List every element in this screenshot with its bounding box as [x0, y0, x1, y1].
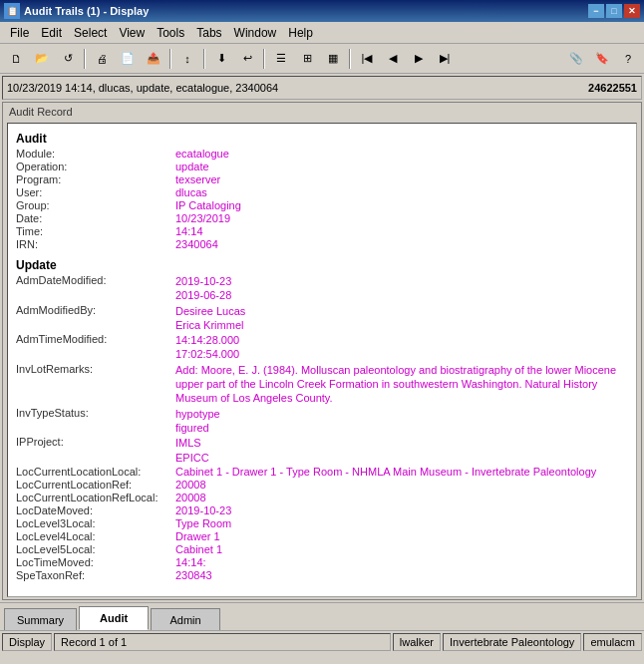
menu-file[interactable]: File [4, 24, 35, 42]
toolbar-import[interactable]: ⬇ [209, 47, 233, 71]
field-program: Program: texserver [16, 173, 628, 185]
maximize-button[interactable]: □ [606, 4, 622, 18]
update-section-title: Update [16, 258, 628, 272]
field-module: Module: ecatalogue [16, 148, 628, 160]
audit-record-label: Audit Record [3, 103, 641, 121]
field-adm-time-modified: AdmTimeModified: 14:14:28.00017:02:54.00… [16, 333, 628, 362]
field-loc-current-location-local: LocCurrentLocationLocal: Cabinet 1 - Dra… [16, 466, 628, 478]
tab-admin[interactable]: Admin [151, 608, 220, 630]
toolbar-export[interactable]: 📤 [142, 47, 165, 71]
toolbar-list[interactable]: ☰ [269, 47, 293, 71]
toolbar-separator-2 [169, 49, 171, 69]
status-display: Display [2, 633, 52, 651]
toolbar-print2[interactable]: 📄 [116, 47, 140, 71]
title-bar: 📋 Audit Trails (1) - Display − □ ✕ [0, 0, 644, 22]
field-loc-time-moved: LocTimeMoved: 14:14: [16, 556, 628, 568]
field-time: Time: 14:14 [16, 225, 628, 237]
menu-tools[interactable]: Tools [151, 24, 190, 42]
field-loc-level4-local: LocLevel4Local: Drawer 1 [16, 530, 628, 542]
toolbar-next[interactable]: ▶ [407, 47, 431, 71]
toolbar-undo[interactable]: ↩ [235, 47, 259, 71]
toolbar-sort[interactable]: ↕ [175, 47, 199, 71]
menu-select[interactable]: Select [68, 24, 113, 42]
field-date: Date: 10/23/2019 [16, 212, 628, 224]
toolbar-new[interactable]: 🗋 [4, 47, 28, 71]
app-icon: 📋 [4, 3, 20, 19]
tab-audit[interactable]: Audit [79, 606, 149, 630]
field-loc-current-location-ref: LocCurrentLocationRef: 20008 [16, 479, 628, 491]
main-content: Audit Record Audit Module: ecatalogue Op… [2, 102, 642, 600]
status-user: lwalker [393, 633, 441, 651]
toolbar-separator-1 [84, 49, 86, 69]
window-title: Audit Trails (1) - Display [24, 5, 149, 17]
menu-edit[interactable]: Edit [35, 24, 68, 42]
status-bar: Display Record 1 of 1 lwalker Invertebra… [0, 630, 644, 652]
field-group: Group: IP Cataloging [16, 199, 628, 211]
header-bar: 10/23/2019 14:14, dlucas, update, ecatal… [2, 76, 642, 100]
toolbar-separator-4 [263, 49, 265, 69]
menu-tabs[interactable]: Tabs [190, 24, 227, 42]
field-adm-modified-by: AdmModifiedBy: Desiree LucasErica Krimme… [16, 304, 628, 333]
toolbar-separator-3 [203, 49, 205, 69]
toolbar-refresh[interactable]: ↺ [56, 47, 80, 71]
close-button[interactable]: ✕ [624, 4, 640, 18]
toolbar-prev[interactable]: ◀ [381, 47, 405, 71]
toolbar: 🗋 📂 ↺ 🖨 📄 📤 ↕ ⬇ ↩ ☰ ⊞ ▦ |◀ ◀ ▶ ▶| 📎 🔖 ? [0, 44, 644, 74]
minimize-button[interactable]: − [588, 4, 604, 18]
field-loc-level3-local: LocLevel3Local: Type Room [16, 517, 628, 529]
field-inv-lot-remarks: InvLotRemarks: Add: Moore, E. J. (1984).… [16, 363, 628, 406]
toolbar-last[interactable]: ▶| [433, 47, 457, 71]
field-spe-taxon-ref: SpeTaxonRef: 230843 [16, 569, 628, 581]
menu-view[interactable]: View [113, 24, 151, 42]
field-loc-date-moved: LocDateMoved: 2019-10-23 [16, 504, 628, 516]
menu-help[interactable]: Help [282, 24, 319, 42]
toolbar-print[interactable]: 🖨 [90, 47, 114, 71]
field-ip-project: IPProject: IMLSEPICC [16, 436, 628, 465]
field-user: User: dlucas [16, 186, 628, 198]
field-inv-type-status: InvTypeStatus: hypotypefigured [16, 407, 628, 436]
field-operation: Operation: update [16, 161, 628, 172]
toolbar-grid[interactable]: ⊞ [295, 47, 319, 71]
status-code: emulacm [583, 633, 642, 651]
toolbar-help[interactable]: ? [616, 47, 640, 71]
toolbar-open[interactable]: 📂 [30, 47, 54, 71]
toolbar-attach[interactable]: 📎 [564, 47, 588, 71]
toolbar-detail[interactable]: ▦ [321, 47, 345, 71]
header-id: 24622551 [588, 82, 637, 94]
menu-bar: File Edit Select View Tools Tabs Window … [0, 22, 644, 44]
menu-window[interactable]: Window [228, 24, 283, 42]
toolbar-first[interactable]: |◀ [355, 47, 379, 71]
audit-section-title: Audit [16, 132, 628, 146]
status-department: Invertebrate Paleontology [443, 633, 581, 651]
status-record: Record 1 of 1 [54, 633, 391, 651]
tab-bar: Summary Audit Admin [0, 602, 644, 630]
field-loc-level5-local: LocLevel5Local: Cabinet 1 [16, 543, 628, 555]
field-irn: IRN: 2340064 [16, 238, 628, 250]
record-content[interactable]: Audit Module: ecatalogue Operation: upda… [7, 123, 637, 597]
toolbar-separator-5 [349, 49, 351, 69]
field-loc-current-location-ref-local: LocCurrentLocationRefLocal: 20008 [16, 492, 628, 503]
toolbar-bookmark[interactable]: 🔖 [590, 47, 614, 71]
header-info: 10/23/2019 14:14, dlucas, update, ecatal… [7, 82, 278, 94]
field-adm-date-modified: AdmDateModified: 2019-10-232019-06-28 [16, 274, 628, 303]
tab-summary[interactable]: Summary [4, 608, 77, 630]
